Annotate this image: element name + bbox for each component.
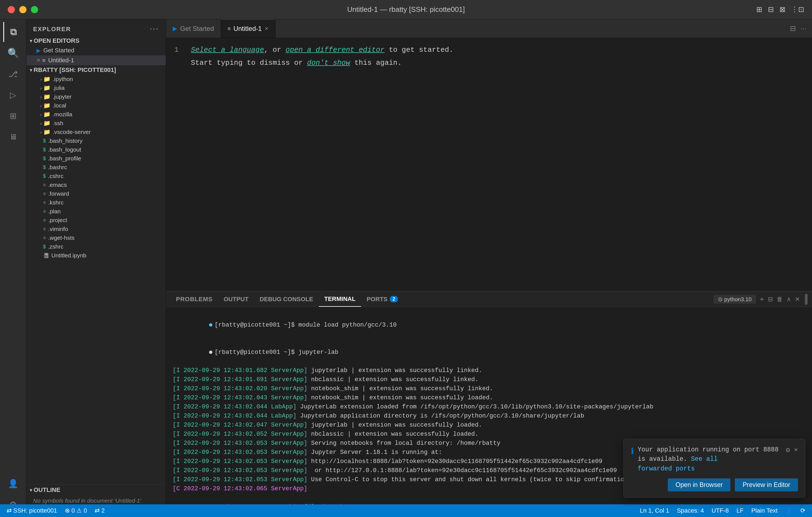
activity-extensions[interactable]: ⊞ (3, 106, 23, 126)
dont-show-link[interactable]: don't show (307, 59, 350, 67)
activity-source-control[interactable]: ⎇ (3, 64, 23, 84)
maximize-panel-icon[interactable]: ∧ (787, 296, 791, 303)
eol-text: LF (736, 507, 744, 514)
file-wget-hsts[interactable]: ≡ .wget-hsts (27, 234, 166, 242)
forwarded-ports-link[interactable]: forwarded ports (638, 465, 695, 473)
term-line-6: [I 2022-09-29 12:43:02.043 ServerApp] no… (173, 393, 805, 402)
sidebar: EXPLORER ··· ▾ OPEN EDITORS ▶ Get Starte… (27, 19, 166, 517)
mozilla-label: .mozilla (53, 111, 72, 118)
rbatty-header[interactable]: ▾ RBATTY [SSH: PICOTTE001] (27, 65, 166, 75)
status-feedback[interactable]: 👤 (781, 504, 796, 517)
cshrc-label: .cshrc (48, 173, 63, 179)
tab-output[interactable]: OUTPUT (218, 292, 254, 307)
file-project[interactable]: ≡ .project (27, 216, 166, 224)
file-mozilla[interactable]: › 📁 .mozilla (27, 110, 166, 119)
file-ssh[interactable]: › 📁 .ssh (27, 119, 166, 128)
file-julia[interactable]: › 📁 .julia (27, 84, 166, 92)
status-ssh[interactable]: ⇄ SSH: picotte001 (3, 504, 61, 517)
close-panel-icon[interactable]: ✕ (795, 296, 800, 303)
sidebar-header-actions[interactable]: ··· (150, 25, 159, 33)
folder-icon-4: 📁 (43, 102, 51, 109)
file-ipython[interactable]: › 📁 .ipython (27, 75, 166, 84)
term-line-7: [I 2022-09-29 12:43:02.044 LabApp] Jupyt… (173, 402, 805, 412)
sidebar-title: EXPLORER (33, 26, 71, 33)
status-encoding[interactable]: UTF-8 (708, 504, 732, 517)
status-language[interactable]: Plain Text (748, 504, 781, 517)
ipython-label: .ipython (53, 76, 73, 82)
term-line-4: [I 2022-09-29 12:43:01.691 ServerApp] nb… (173, 375, 805, 384)
tab-bar: ▶ Get Started ≡ Untitled-1 ✕ ⊟ ··· (166, 19, 812, 38)
minimize-button[interactable] (19, 6, 27, 13)
file-viminfo[interactable]: ≡ .viminfo (27, 224, 166, 234)
status-errors[interactable]: ⊗ 0 ⚠ 0 (61, 504, 91, 517)
editor-content[interactable]: 1 Select a language, or open a different… (166, 38, 812, 291)
status-spaces[interactable]: Spaces: 4 (673, 504, 708, 517)
tab-untitled[interactable]: ≡ Untitled-1 ✕ (221, 19, 276, 38)
activity-account[interactable]: 👤 (3, 474, 23, 493)
search-icon: 🔍 (7, 48, 19, 58)
activity-run-debug[interactable]: ▷ (3, 85, 23, 105)
file-lines-icon-2: ≡ (43, 191, 46, 197)
open-editors-get-started[interactable]: ▶ Get Started (27, 45, 166, 55)
file-kshrc[interactable]: ≡ .kshrc (27, 198, 166, 207)
open-editor-link[interactable]: open a different editor (286, 46, 384, 54)
kill-terminal-icon[interactable]: 🗑 (777, 296, 783, 303)
file-dollar-icon-4: $ (43, 164, 46, 170)
notebook-icon: 📓 (43, 252, 49, 258)
notif-close-icon[interactable]: ✕ (794, 445, 798, 455)
status-eol[interactable]: LF (732, 504, 748, 517)
file-zshrc[interactable]: $ .zshrc (27, 242, 166, 251)
select-language-link[interactable]: Select a language (191, 46, 264, 54)
file-bash-profile[interactable]: $ .bash_profile (27, 154, 166, 163)
outline-header[interactable]: ▾ OUTLINE (27, 485, 166, 495)
maximize-button[interactable] (31, 6, 38, 13)
outline-section: ▾ OUTLINE No symbols found in document '… (27, 485, 166, 506)
wget-hsts-label: .wget-hsts (48, 235, 75, 241)
file-forward[interactable]: ≡ .forward (27, 189, 166, 198)
bash-history-label: .bash_history (48, 138, 83, 144)
tab-terminal[interactable]: TERMINAL (319, 292, 361, 307)
status-ln-col[interactable]: Ln 1, Col 1 (636, 504, 673, 517)
new-terminal-icon[interactable]: + (760, 295, 764, 303)
file-bashrc[interactable]: $ .bashrc (27, 163, 166, 172)
file-plan[interactable]: ≡ .plan (27, 207, 166, 216)
layout-icon-4[interactable]: ⋮⊡ (791, 5, 804, 14)
file-cshrc[interactable]: $ .cshrc (27, 172, 166, 181)
activity-remote[interactable]: 🖥 (3, 127, 23, 147)
app-body: ⧉ 🔍 ⎇ ▷ ⊞ 🖥 👤 ⚙ EXPLORER ··· (0, 19, 812, 517)
file-dollar-icon-6: $ (43, 244, 46, 250)
more-actions-icon[interactable]: ··· (801, 24, 807, 33)
open-in-browser-button[interactable]: Open in Browser (668, 479, 730, 491)
open-editors-header[interactable]: ▾ OPEN EDITORS (27, 36, 166, 45)
preview-in-editor-button[interactable]: Preview in Editor (735, 479, 798, 491)
tab-ports[interactable]: PORTS 2 (361, 292, 404, 307)
tab-close-icon[interactable]: ✕ (264, 26, 269, 32)
language-text: Plain Text (751, 507, 778, 514)
split-terminal-icon[interactable]: ⊟ (768, 296, 773, 303)
file-local[interactable]: › 📁 .local (27, 101, 166, 110)
editor-line-2-content: Start typing to dismiss or don't show th… (191, 57, 402, 69)
open-editors-untitled[interactable]: ✕ ≡ Untitled-1 (27, 55, 166, 65)
activity-search[interactable]: 🔍 (3, 43, 23, 63)
status-ports[interactable]: ⇄ 2 (91, 504, 108, 517)
file-vscode-server[interactable]: › 📁 .vscode-server (27, 128, 166, 136)
file-bash-logout[interactable]: $ .bash_logout (27, 145, 166, 154)
file-jupyter[interactable]: › 📁 .jupyter (27, 92, 166, 101)
file-untitled-ipynb[interactable]: 📓 Untitled.ipynb (27, 251, 166, 260)
layout-icon-1[interactable]: ⊞ (756, 5, 762, 14)
layout-icon-2[interactable]: ⊟ (768, 5, 774, 14)
layout-icon-3[interactable]: ⊠ (779, 5, 785, 14)
python-label[interactable]: ⊙ python3.10 (714, 295, 756, 304)
status-notifications[interactable]: ⟳ (796, 504, 809, 517)
split-editor-icon[interactable]: ⊟ (790, 24, 796, 33)
tab-get-started[interactable]: ▶ Get Started (166, 19, 221, 38)
notif-see-all-link[interactable]: See all (691, 456, 718, 463)
activity-explorer[interactable]: ⧉ (3, 22, 23, 42)
close-button[interactable] (8, 6, 15, 13)
tab-debug-console[interactable]: DEBUG CONSOLE (254, 292, 319, 307)
notif-gear-icon[interactable]: ⚙ (786, 445, 790, 456)
tab-problems[interactable]: PROBLEMS (170, 292, 218, 307)
file-emacs[interactable]: ≡ .emacs (27, 181, 166, 189)
terminal-content[interactable]: [rbatty@picotte001 ~]$ module load pytho… (166, 307, 812, 517)
file-bash-history[interactable]: $ .bash_history (27, 136, 166, 145)
